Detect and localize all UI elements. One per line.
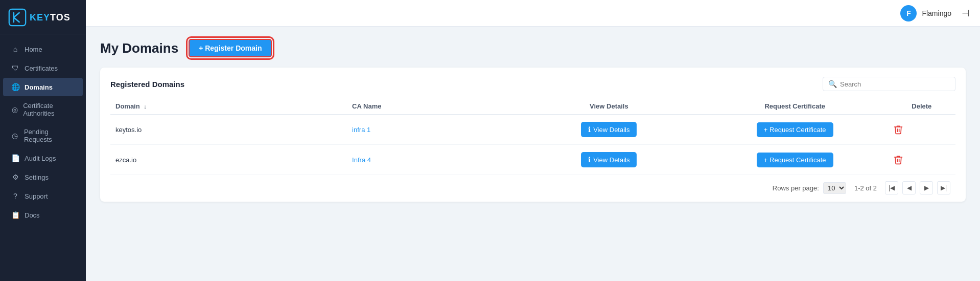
col-delete: Delete bbox=[888, 98, 955, 115]
sidebar: KEYTOS ⌂ Home 🛡 Certificates 🌐 Domains ◎… bbox=[0, 0, 86, 281]
table-row: ezca.io Infra 4 ℹ View Details + Request… bbox=[110, 145, 955, 175]
cell-domain-0: keytos.io bbox=[110, 115, 347, 145]
cell-request-1: + Request Certificate bbox=[702, 145, 888, 175]
sidebar-item-certificate-authorities[interactable]: ◎ Certificate Authorities bbox=[3, 97, 83, 122]
trash-icon-0 bbox=[893, 124, 903, 135]
globe-icon: 🌐 bbox=[11, 83, 19, 91]
logo-text: KEYTOS bbox=[30, 12, 71, 23]
sidebar-item-pending-label: Pending Requests bbox=[24, 128, 75, 143]
cell-ca-1: Infra 4 bbox=[347, 145, 516, 175]
sidebar-item-domains[interactable]: 🌐 Domains bbox=[3, 78, 83, 96]
ca-link-1[interactable]: Infra 4 bbox=[352, 156, 371, 164]
delete-button-0[interactable] bbox=[893, 124, 903, 135]
col-view-details: View Details bbox=[516, 98, 702, 115]
request-certificate-button-0[interactable]: + Request Certificate bbox=[757, 122, 833, 137]
register-domain-button[interactable]: + Register Domain bbox=[189, 39, 272, 57]
col-domain: Domain ↓ bbox=[110, 98, 347, 115]
cell-ca-0: infra 1 bbox=[347, 115, 516, 145]
col-request-cert: Request Certificate bbox=[702, 98, 888, 115]
ca-link-0[interactable]: infra 1 bbox=[352, 126, 370, 134]
page-header: My Domains + Register Domain bbox=[100, 39, 966, 57]
cell-delete-1 bbox=[888, 145, 955, 175]
logo-icon bbox=[8, 8, 27, 27]
next-page-button[interactable]: ▶ bbox=[920, 181, 933, 194]
first-page-button[interactable]: |◀ bbox=[885, 181, 898, 194]
cell-view-0: ℹ View Details bbox=[516, 115, 702, 145]
sidebar-item-support[interactable]: ? Support bbox=[3, 187, 83, 205]
main-area: F Flamingo ⊣ My Domains + Register Domai… bbox=[86, 0, 980, 281]
view-details-button-0[interactable]: ℹ View Details bbox=[581, 122, 637, 137]
cell-view-1: ℹ View Details bbox=[516, 145, 702, 175]
trash-icon-1 bbox=[893, 155, 903, 165]
sidebar-item-pending-requests[interactable]: ◷ Pending Requests bbox=[3, 123, 83, 148]
table-card: Registered Domains 🔍 Domain ↓ CA Name Vi… bbox=[100, 68, 966, 202]
rows-per-page-label: Rows per page: bbox=[773, 184, 819, 192]
sidebar-item-settings[interactable]: ⚙ Settings bbox=[3, 168, 83, 186]
gear-icon: ⚙ bbox=[11, 173, 19, 181]
cell-delete-0 bbox=[888, 115, 955, 145]
sidebar-item-docs-label: Docs bbox=[25, 211, 40, 219]
doc-icon: 📋 bbox=[11, 211, 19, 219]
sidebar-item-certificates-label: Certificates bbox=[25, 64, 58, 72]
delete-button-1[interactable] bbox=[893, 155, 903, 165]
sidebar-item-ca-label: Certificate Authorities bbox=[23, 102, 75, 117]
content-area: My Domains + Register Domain Registered … bbox=[86, 27, 980, 281]
sidebar-item-home[interactable]: ⌂ Home bbox=[3, 40, 83, 58]
avatar: F bbox=[900, 5, 917, 21]
logo: KEYTOS bbox=[0, 0, 86, 34]
svg-rect-0 bbox=[9, 9, 26, 26]
question-icon: ? bbox=[11, 192, 19, 200]
page-title: My Domains bbox=[100, 40, 178, 56]
section-title: Registered Domains bbox=[110, 80, 184, 89]
search-icon: 🔍 bbox=[828, 80, 837, 88]
cell-domain-1: ezca.io bbox=[110, 145, 347, 175]
sort-icon: ↓ bbox=[144, 103, 147, 110]
domains-table: Domain ↓ CA Name View Details Request Ce… bbox=[110, 98, 955, 175]
sidebar-nav: ⌂ Home 🛡 Certificates 🌐 Domains ◎ Certif… bbox=[0, 34, 86, 281]
table-row: keytos.io infra 1 ℹ View Details + Reque… bbox=[110, 115, 955, 145]
info-icon-1: ℹ bbox=[588, 156, 591, 164]
cell-request-0: + Request Certificate bbox=[702, 115, 888, 145]
last-page-button[interactable]: ▶| bbox=[937, 181, 950, 194]
search-box[interactable]: 🔍 bbox=[823, 77, 955, 91]
sidebar-item-audit-label: Audit Logs bbox=[25, 155, 56, 162]
search-input[interactable] bbox=[840, 80, 950, 88]
circle-check-icon: ◎ bbox=[11, 105, 18, 114]
page-info: 1-2 of 2 bbox=[854, 184, 877, 192]
col-ca-name: CA Name bbox=[347, 98, 516, 115]
clock-icon: ◷ bbox=[11, 132, 19, 140]
sidebar-item-support-label: Support bbox=[25, 192, 48, 200]
sidebar-item-docs[interactable]: 📋 Docs bbox=[3, 206, 83, 224]
sidebar-item-certificates[interactable]: 🛡 Certificates bbox=[3, 59, 83, 77]
sidebar-item-domains-label: Domains bbox=[25, 83, 53, 91]
shield-icon: 🛡 bbox=[11, 64, 19, 72]
user-name: Flamingo bbox=[922, 9, 951, 17]
rows-per-page-select[interactable]: 10 25 50 bbox=[823, 182, 846, 194]
pagination-bar: Rows per page: 10 25 50 1-2 of 2 |◀ ◀ ▶ … bbox=[110, 175, 955, 194]
topbar: F Flamingo ⊣ bbox=[86, 0, 980, 27]
table-header-row: Registered Domains 🔍 bbox=[110, 77, 955, 91]
prev-page-button[interactable]: ◀ bbox=[902, 181, 916, 194]
file-icon: 📄 bbox=[11, 154, 19, 162]
sidebar-item-home-label: Home bbox=[25, 46, 42, 53]
request-certificate-button-1[interactable]: + Request Certificate bbox=[757, 153, 833, 167]
info-icon-0: ℹ bbox=[588, 125, 591, 134]
table-header: Domain ↓ CA Name View Details Request Ce… bbox=[110, 98, 955, 115]
sidebar-item-audit-logs[interactable]: 📄 Audit Logs bbox=[3, 149, 83, 167]
logout-button[interactable]: ⊣ bbox=[962, 8, 970, 19]
sidebar-item-settings-label: Settings bbox=[25, 174, 49, 181]
view-details-button-1[interactable]: ℹ View Details bbox=[581, 152, 637, 167]
home-icon: ⌂ bbox=[11, 45, 19, 53]
